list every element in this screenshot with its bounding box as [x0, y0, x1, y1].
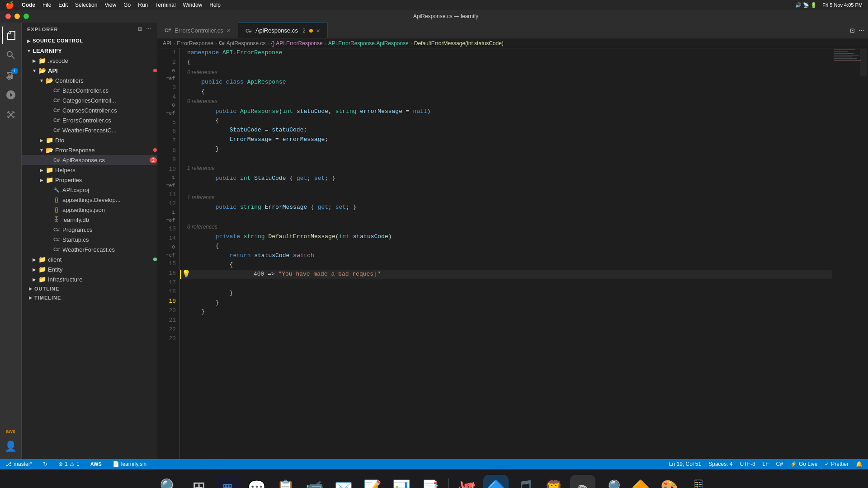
apiresponse-file[interactable]: C# ApiResponse.cs 2 [22, 155, 157, 165]
controllers-label: Controllers [55, 77, 157, 84]
dock-app1[interactable]: 🎨 [657, 475, 682, 488]
source-control-section[interactable]: ▶ SOURCE CONTROL [22, 36, 157, 46]
menu-help[interactable]: Help [209, 2, 221, 8]
prettier-button[interactable]: ✓ Prettier [823, 461, 850, 467]
dock-app2[interactable]: 📱 [686, 475, 711, 488]
activity-explorer[interactable] [2, 26, 20, 44]
dock-mission-control[interactable]: ▦ [215, 475, 241, 488]
line-ending-setting[interactable]: LF [761, 461, 771, 467]
aws-label[interactable]: aws [5, 427, 16, 436]
dock-facetime[interactable]: 📹 [302, 475, 327, 488]
app-menu-code[interactable]: Code [22, 2, 35, 8]
apicsproj-file[interactable]: 🔧 API.csproj [22, 185, 157, 195]
dock-github[interactable]: 🐙 [454, 475, 480, 488]
minimize-button[interactable] [14, 14, 20, 19]
git-branch[interactable]: ⎇ master* [4, 461, 34, 467]
menu-edit[interactable]: Edit [58, 2, 68, 8]
controllers-folder[interactable]: ▼ 📂 Controllers [22, 75, 157, 85]
startup-file[interactable]: C# Startup.cs [22, 235, 157, 244]
dock-finder[interactable]: 🔍 [157, 475, 183, 488]
spaces-setting[interactable]: Spaces: 4 [707, 461, 734, 467]
dock-magnifier[interactable]: 🔎 [599, 475, 624, 488]
dock-cursor[interactable]: ✏ [570, 475, 595, 488]
dock-mail[interactable]: ✉️ [331, 475, 356, 488]
language-mode[interactable]: C# [774, 461, 785, 467]
apple-menu[interactable]: 🍎 [5, 1, 14, 9]
root-folder[interactable]: ▼ LEARNIFY [22, 46, 157, 56]
solution-status[interactable]: 📄 learnify.sln [111, 461, 148, 467]
tab-errorscontroller[interactable]: C# ErrorsController.cs × [157, 23, 238, 38]
tab-errorscontroller-close[interactable]: × [227, 27, 231, 34]
lightbulb-icon[interactable]: 💡 [182, 269, 191, 281]
helpers-folder[interactable]: ▶ 📁 Helpers [22, 165, 157, 175]
bc-api[interactable]: API [163, 40, 171, 47]
appsettings-dev-file[interactable]: {} appsettings.Develop... [22, 195, 157, 205]
bc-ns[interactable]: {} API.ErrorResponse [271, 40, 323, 47]
menu-selection[interactable]: Selection [75, 2, 97, 8]
new-file-icon[interactable]: ⊞ [138, 26, 142, 32]
warning-icon: ⚠ [70, 461, 75, 467]
menu-go[interactable]: Go [123, 2, 131, 8]
weatherforecast-file[interactable]: C# WeatherForecast.cs [22, 244, 157, 254]
activity-search[interactable] [2, 46, 20, 64]
entity-folder[interactable]: ▶ 📁 Entity [22, 264, 157, 274]
more-options-icon[interactable]: ⋯ [146, 26, 151, 32]
dock-notes[interactable]: 📝 [360, 475, 385, 488]
errorresponse-folder[interactable]: ▼ 📂 ErrorResponse [22, 145, 157, 155]
menu-run[interactable]: Run [138, 2, 148, 8]
error-count[interactable]: ⊗ 1 ⚠ 1 [57, 461, 81, 467]
weatherforecastc-file[interactable]: C# WeatherForecastC... [22, 125, 157, 135]
more-tabs-icon[interactable]: ⋯ [859, 27, 864, 34]
api-folder[interactable]: ▼ 📂 API [22, 66, 157, 75]
client-folder[interactable]: ▶ 📁 client [22, 254, 157, 264]
bc-file[interactable]: C# ApiResponse.cs [219, 40, 266, 47]
properties-folder[interactable]: ▶ 📁 Properties [22, 175, 157, 185]
aws-status[interactable]: AWS [89, 461, 104, 467]
tab-errorscontroller-label: ErrorsController.cs [175, 27, 223, 34]
go-live-button[interactable]: ⚡ Go Live [788, 461, 819, 467]
learnifydb-file[interactable]: 🗄 learnify.db [22, 215, 157, 225]
menu-view[interactable]: View [104, 2, 116, 8]
properties-arrow: ▶ [38, 178, 45, 183]
errorscontroller-file[interactable]: C# ErrorsController.cs [22, 115, 157, 125]
vscode-folder[interactable]: ▶ 📁 .vscode [22, 56, 157, 66]
coursescontroller-file[interactable]: C# CoursesController.cs [22, 105, 157, 115]
outline-section-header[interactable]: ▶ OUTLINE [22, 284, 157, 293]
activity-account[interactable]: 👤 [2, 437, 20, 455]
infrastructure-folder[interactable]: ▶ 📁 Infrastructure [22, 274, 157, 284]
dock-spotify[interactable]: 🎵 [512, 475, 538, 488]
dock-brave[interactable]: 🦁 [541, 475, 566, 488]
code-content[interactable]: namespace API.ErrorResponse { 0 referenc… [180, 48, 832, 459]
categoriescontroller-file[interactable]: C# CategoriesControll... [22, 95, 157, 105]
menu-file[interactable]: File [42, 2, 51, 8]
program-file[interactable]: C# Program.cs [22, 225, 157, 235]
maximize-button[interactable] [24, 14, 29, 19]
basecontroller-file[interactable]: C# BaseController.cs [22, 85, 157, 95]
activity-extensions[interactable] [2, 106, 20, 124]
dock-sheets[interactable]: 📊 [389, 475, 414, 488]
bc-method[interactable]: DefaultErrorMessage(int statusCode) [414, 40, 504, 47]
encoding-setting[interactable]: UTF-8 [738, 461, 757, 467]
appsettings-file[interactable]: {} appsettings.json [22, 205, 157, 215]
dock-vscode[interactable]: 🔷 [483, 475, 509, 488]
dock-keynote[interactable]: 📑 [418, 475, 443, 488]
bc-class[interactable]: API.ErrorResponse.ApiResponse [328, 40, 409, 47]
dock-launchpad[interactable]: ⊞ [186, 475, 212, 488]
menu-terminal[interactable]: Terminal [155, 2, 175, 8]
notifications-button[interactable]: 🔔 [854, 461, 864, 467]
timeline-section-header[interactable]: ▶ TIMELINE [22, 293, 157, 302]
activity-source-control[interactable]: 1 [2, 66, 20, 84]
close-button[interactable] [5, 14, 11, 19]
dto-folder[interactable]: ▶ 📁 Dto [22, 135, 157, 145]
dock-discord[interactable]: 💬 [244, 475, 269, 488]
activity-run-debug[interactable] [2, 86, 20, 104]
tab-apiresponse[interactable]: C# ApiResponse.cs 2 × [238, 23, 328, 38]
dock-vlc[interactable]: 🔶 [628, 475, 653, 488]
menu-window[interactable]: Window [183, 2, 203, 8]
dock-clipy[interactable]: 📋 [273, 475, 298, 488]
sync-icon[interactable]: ↻ [41, 461, 49, 467]
cursor-position[interactable]: Ln 19, Col 51 [667, 461, 703, 467]
bc-errorresponse[interactable]: ErrorResponse [177, 40, 213, 47]
tab-apiresponse-close[interactable]: × [316, 27, 320, 34]
split-editor-icon[interactable]: ⊡ [850, 27, 855, 34]
